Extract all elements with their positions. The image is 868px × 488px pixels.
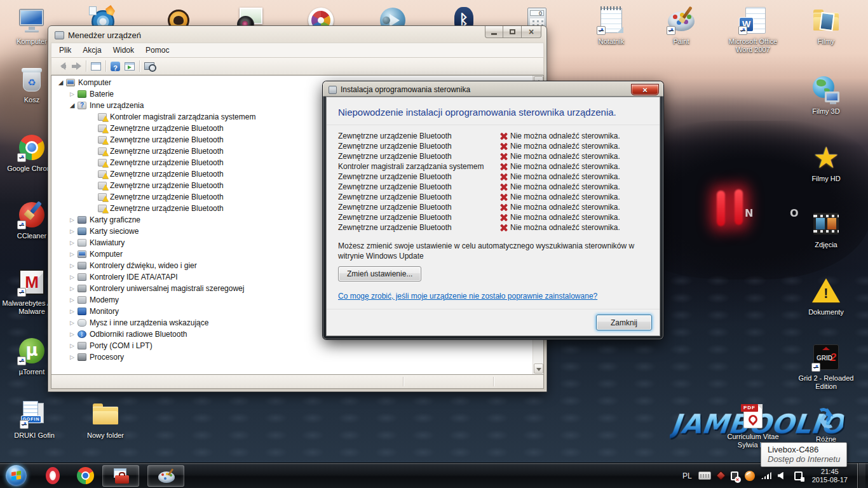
device-status-row: Zewnętrzne urządzenie Bluetooth Nie możn…	[338, 202, 648, 212]
expander-icon[interactable]	[68, 90, 76, 98]
error-x-icon	[498, 142, 509, 151]
minimize-button[interactable]	[485, 26, 503, 38]
back-button[interactable]	[57, 62, 67, 71]
expander-icon[interactable]	[68, 102, 76, 109]
error-x-icon	[498, 223, 509, 233]
tree-item-label: Monitory	[90, 307, 119, 316]
expander-icon[interactable]	[68, 353, 76, 361]
help-button[interactable]	[111, 62, 120, 71]
tree-item-label: Komputer	[78, 78, 111, 87]
taskbar-item-chrome[interactable]	[77, 467, 94, 484]
dialog-footer: Zamknij	[327, 309, 660, 336]
show-properties-button[interactable]	[91, 62, 101, 71]
error-x-icon	[498, 213, 509, 222]
device-name: Zewnętrzne urządzenie Bluetooth	[338, 203, 498, 212]
menu-akcja[interactable]: Akcja	[78, 44, 106, 56]
expander-icon[interactable]	[68, 250, 76, 258]
desktop-icon-art	[738, 400, 768, 431]
device-category-icon	[98, 182, 107, 189]
desktop-icon[interactable]: Różne	[796, 403, 857, 444]
error-x-icon	[498, 162, 509, 172]
tree-item-label: Komputer	[90, 250, 123, 259]
taskbar-item-device-manager[interactable]	[102, 465, 139, 487]
menu-plik[interactable]: Plik	[54, 44, 76, 56]
tree-item-label: Zewnętrzne urządzenie Bluetooth	[110, 124, 224, 133]
device-category-icon	[98, 205, 107, 212]
keyboard-tray-icon[interactable]	[698, 471, 711, 480]
device-category-icon	[78, 227, 86, 235]
tree-item-label: Zewnętrzne urządzenie Bluetooth	[110, 204, 224, 213]
tree-item[interactable]: Porty (COM i LPT)	[51, 340, 532, 351]
volume-icon[interactable]	[778, 472, 784, 480]
dialog-close-button[interactable]	[631, 84, 659, 95]
window-titlebar[interactable]: Menedżer urządzeń	[51, 26, 544, 43]
status-text: Nie można odnaleźć sterownika.	[509, 162, 648, 171]
change-settings-button[interactable]: Zmień ustawienie...	[338, 266, 421, 281]
network-signal-icon[interactable]	[761, 472, 771, 479]
tree-item-label: Klawiatury	[90, 238, 125, 247]
device-category-icon	[98, 170, 107, 178]
toolbar-separator	[105, 60, 106, 72]
hardware-plug-icon[interactable]	[794, 471, 803, 480]
safely-remove-hardware-icon[interactable]	[731, 471, 738, 480]
taskbar-item-paint[interactable]	[147, 465, 184, 487]
palette-icon	[158, 471, 175, 483]
scan-hardware-changes-button[interactable]	[144, 62, 154, 70]
expander-icon[interactable]	[68, 296, 76, 304]
dialog-body: Niepowodzenie instalacji oprogramowania …	[326, 97, 660, 336]
toolbox-icon	[115, 475, 129, 484]
menu-pomoc[interactable]: Pomoc	[140, 44, 174, 56]
expander-icon[interactable]	[68, 227, 76, 235]
expander-icon[interactable]	[57, 79, 65, 86]
tree-item-label: Procesory	[90, 353, 124, 362]
action-pane-button[interactable]	[125, 62, 135, 71]
start-button[interactable]	[6, 465, 27, 486]
network-tooltip: Livebox-C486 Dostęp do Internetu	[761, 442, 847, 467]
orange-ball-tray-icon[interactable]	[745, 471, 755, 481]
device-category-icon	[98, 193, 107, 201]
settings-info-text: Możesz zmienić swoje ustawienie w celu a…	[327, 234, 652, 261]
tray-date: 2015-08-17	[812, 476, 848, 484]
device-status-list: Zewnętrzne urządzenie Bluetooth Nie możn…	[327, 125, 660, 234]
expander-icon[interactable]	[68, 308, 76, 315]
windows-logo-icon	[11, 471, 21, 480]
tree-item-label: Modemy	[90, 295, 119, 304]
help-link[interactable]: Co mogę zrobić, jeśli moje urządzenie ni…	[338, 292, 648, 301]
menu-widok[interactable]: Widok	[108, 44, 139, 56]
expander-icon[interactable]	[68, 330, 76, 338]
dialog-titlebar[interactable]: Instalacja oprogramowania sterownika	[326, 81, 660, 97]
device-name: Zewnętrzne urządzenie Bluetooth	[338, 152, 498, 161]
expander-icon[interactable]	[68, 285, 76, 292]
maximize-button[interactable]	[503, 26, 522, 38]
expander-icon[interactable]	[68, 273, 76, 281]
close-window-button[interactable]	[522, 26, 541, 38]
desktop-icon-art	[811, 403, 841, 433]
expander-icon[interactable]	[68, 319, 76, 327]
expander-icon[interactable]	[68, 239, 76, 247]
error-x-icon	[498, 193, 509, 202]
device-category-icon	[78, 273, 86, 281]
expander-icon[interactable]	[68, 262, 76, 269]
expander-icon[interactable]	[68, 216, 76, 224]
forward-button[interactable]	[71, 62, 81, 71]
error-x-icon	[498, 132, 509, 141]
language-indicator[interactable]: PL	[682, 471, 692, 480]
status-text: Nie można odnaleźć sterownika.	[509, 152, 648, 161]
tree-item-label: Kontroler magistrali zarządzania systeme…	[110, 112, 255, 121]
tree-item[interactable]: Procesory	[51, 351, 532, 363]
error-x-icon	[498, 203, 509, 212]
window-caption-buttons	[485, 26, 541, 38]
taskbar-item-opera[interactable]	[46, 467, 60, 484]
desktop: N O JAMBOOLIO Komputer	[0, 0, 868, 488]
red-diamond-tray-icon[interactable]	[715, 471, 726, 481]
device-category-icon	[98, 113, 107, 121]
close-dialog-button[interactable]: Zamknij	[596, 315, 652, 330]
tray-clock[interactable]: 21:45 2015-08-17	[812, 468, 848, 484]
tree-item-label: Karty sieciowe	[90, 227, 139, 236]
expander-icon[interactable]	[68, 342, 76, 349]
show-desktop-button[interactable]	[857, 463, 865, 488]
scroll-down-button[interactable]	[534, 363, 543, 374]
device-name: Zewnętrzne urządzenie Bluetooth	[338, 142, 498, 151]
device-manager-icon	[55, 31, 64, 39]
tree-item-label: Baterie	[90, 90, 114, 98]
